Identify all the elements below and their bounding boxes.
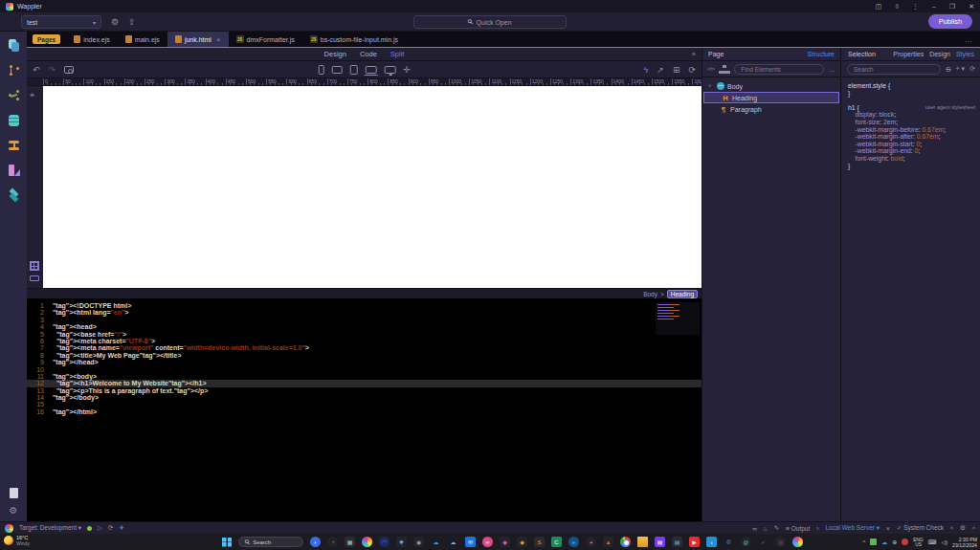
tree-item-paragraph[interactable]: ¶Paragraph [702,103,840,115]
node-status-icon[interactable]: ∞ [752,525,757,532]
code-line[interactable]: 14"tag"></body> [27,394,702,401]
sublime-text-icon[interactable]: S [534,537,545,547]
pages-panel-icon[interactable] [8,39,20,53]
refresh-styles-icon[interactable]: ⟳ [969,65,975,73]
tree-item-body[interactable]: ˅Body [702,80,840,92]
c-app-icon[interactable]: C [551,537,562,547]
code-line[interactable]: 13 "tag"><p>This is a paragraph of text.… [27,387,702,394]
select-tool-icon[interactable]: ⌖ [30,90,34,100]
workflows-icon[interactable] [8,139,20,152]
chevron-expanded-icon[interactable]: ˅ [708,83,714,89]
responsive-resize-icon[interactable]: ✛ [403,65,411,75]
tray-red-icon[interactable] [902,539,908,545]
code-line[interactable]: 15 [27,401,702,407]
settings-gear-icon[interactable]: ⚙ [111,15,119,29]
css-rule[interactable]: -webkit-margin-before: 0.67em; [848,126,975,134]
api-connector-icon[interactable] [8,89,20,102]
target-selector[interactable]: Target: Development ▾ [19,524,81,532]
quick-open-button[interactable]: ⚲ Quick Open [413,15,567,29]
weather-widget[interactable]: 16°C Windy [4,535,30,546]
design-assets-icon[interactable] [8,164,20,177]
wappler-icon[interactable] [362,537,372,547]
firefox-nightly-icon[interactable]: ◠ [379,537,390,547]
code-line[interactable]: 6 "tag"><meta charset="UTF-8"> [27,338,702,344]
page-panel-more-icon[interactable]: … [829,66,835,73]
laptop-viewport-icon[interactable] [365,66,376,74]
publish-button[interactable]: Publish [928,14,972,29]
upload-cloud-icon[interactable]: ⇪ [128,15,136,29]
start-button[interactable] [222,538,232,547]
breadcrumb-parent[interactable]: Body [643,291,657,297]
server-selector[interactable]: Local Web Server ▾ [825,524,880,532]
structure-link[interactable]: Structure [808,51,835,57]
options-gear-icon[interactable]: ⚙ [10,506,18,516]
code-line[interactable]: 16"tag"></html> [27,408,702,415]
touch-keyboard-icon[interactable]: ⌨ [928,539,937,545]
find-elements-input[interactable]: Find Elements [734,64,824,75]
css-rule[interactable]: display: block; [848,111,975,119]
close-button[interactable]: ✕ [969,0,974,12]
onedrive-sync-icon[interactable]: ☁ [448,537,458,547]
project-select[interactable]: test ▾ [21,15,101,29]
file-tab-main.ejs[interactable]: main.ejs [118,32,167,47]
toolbar-overflow-icon[interactable]: » [692,50,696,58]
copyright-app-icon[interactable]: © [724,537,734,547]
language-indicator[interactable]: ENG US [913,538,923,547]
code-line[interactable]: 9"tag"></head> [27,359,702,365]
css-rule[interactable]: -webkit-margin-after: 0.67em; [848,133,975,141]
strike-style-icon[interactable]: S [946,65,950,74]
system-check[interactable]: ✓ System Check [897,524,944,532]
code-line[interactable]: 5 "tag"><base href="/"> [27,331,702,338]
styles-tab-design[interactable]: Design [929,51,950,57]
notes-app-icon[interactable]: ▤ [672,537,682,547]
live-data-bolt-icon[interactable]: ϟ [644,65,649,75]
tray-chevron-icon[interactable]: ^ [862,539,865,545]
code-line[interactable]: 10 [27,366,702,373]
css-rule[interactable]: -webkit-margin-end: 0; [848,147,975,155]
restore-button[interactable]: ❐ [949,0,955,12]
css-rules-view[interactable]: element.style {} h1 {user agent styleshe… [842,77,980,169]
minimize-button[interactable]: – [932,0,936,12]
layers-icon[interactable] [8,188,20,202]
add-rule-icon[interactable]: + ▾ [956,65,966,73]
close-tab-icon[interactable]: × [216,35,221,44]
tablet-landscape-viewport-icon[interactable] [331,66,342,74]
grid-tool-icon[interactable] [30,261,39,271]
container-tool-icon[interactable] [30,275,39,281]
panel-layout-icon[interactable]: ◫ [876,0,882,12]
performance-monitor-icon[interactable]: ◔ [327,537,338,547]
redo-icon[interactable]: ↷ [49,65,56,75]
upload-status-icon[interactable]: ⌂ [764,525,768,532]
loop-icon[interactable]: ∞ [482,537,493,547]
code-line[interactable]: 1"tag"><!DOCTYPE html> [27,302,702,309]
sitemap-icon[interactable] [719,64,729,75]
spiral-app-icon[interactable]: @ [741,537,751,547]
breadcrumb-current[interactable]: Heading [667,290,698,298]
calculator-icon[interactable]: ▦ [345,537,355,547]
file-tab-junk.html[interactable]: junk.html× [167,32,229,47]
pages-badge-button[interactable]: Pages [33,34,60,44]
desktop-viewport-icon[interactable] [384,66,395,74]
overflow-menu-icon[interactable]: ⋮ [912,0,919,12]
collapse-icon-2[interactable]: ^ [972,525,975,532]
vscode-icon[interactable]: › [706,537,717,547]
notes-icon[interactable] [10,488,18,498]
file-tab-dmxFormatter.js[interactable]: JSdmxFormatter.js [229,32,302,47]
code-line[interactable]: 2"tag"><html lang="en"> [27,309,702,316]
refresh-icon[interactable]: ⟳ [688,65,696,75]
code-view-icon[interactable]: </> [707,66,714,72]
stop-server-icon[interactable]: × [886,525,890,532]
styles-tab-properties[interactable]: Properties [893,51,924,57]
database-manager-icon[interactable] [8,114,20,127]
collapse-icon[interactable]: ^ [950,525,953,532]
tray-globe-icon[interactable]: ⊕ [892,539,897,545]
tab-overflow-icon[interactable]: … [965,35,980,44]
edit-status-icon[interactable]: ✎ [774,524,779,532]
code-editor[interactable]: 1"tag"><!DOCTYPE html>2"tag"><html lang=… [27,298,702,521]
copilot-icon[interactable]: ◗ [310,537,321,547]
chrome-icon[interactable] [620,537,631,547]
orange-app-icon[interactable]: ◆ [517,537,527,547]
css-rule[interactable]: font-weight: bold; [848,155,975,163]
code-line[interactable]: 3 [27,317,702,323]
run-icon[interactable]: ▷ [98,524,102,532]
